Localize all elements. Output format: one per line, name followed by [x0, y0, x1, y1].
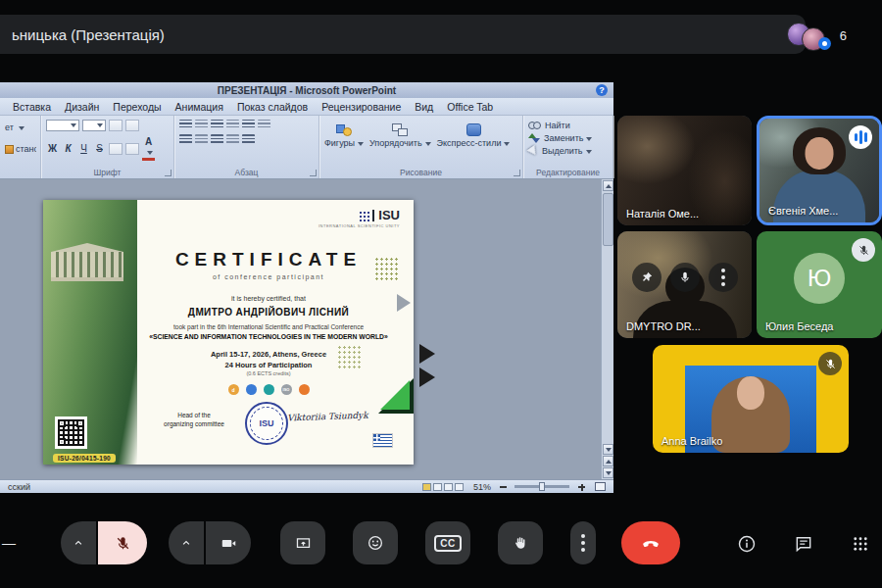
- participant-name: Наталія Оме...: [626, 208, 699, 220]
- shapes-icon: [336, 123, 352, 136]
- meet-window: ьницька (Презентація) 6 ПРЕЗЕНТАЦІЯ - Mi…: [0, 0, 882, 588]
- scroll-up-icon: [603, 180, 613, 191]
- text-direction-button: [258, 120, 270, 129]
- screenshare-region[interactable]: ПРЕЗЕНТАЦІЯ - Microsoft PowerPoint ? Вст…: [0, 63, 615, 510]
- video-tile-yuliya[interactable]: Ю Юлия Беседа: [757, 231, 882, 338]
- ribbon-tab-strip: Вставка Дизайн Переходы Анимация Показ с…: [0, 98, 613, 116]
- ribbon: ет становить Ж: [0, 116, 613, 179]
- hours-line: 24 Hours of Participation: [133, 361, 404, 369]
- numbered-list-button: [195, 120, 208, 129]
- arrange-button: Упорядочить: [369, 123, 431, 148]
- badge-iso: ISO: [281, 384, 292, 395]
- pin-button[interactable]: [632, 263, 662, 292]
- arrange-icon: [392, 123, 408, 136]
- pin-icon: [640, 270, 654, 284]
- presentation-title: ьницька (Презентація): [12, 26, 165, 43]
- text-shadow-button: [109, 143, 122, 155]
- dot-pattern-decor: [374, 257, 400, 282]
- index-badges: d ISO: [133, 384, 404, 395]
- participants-summary[interactable]: 6: [787, 18, 847, 51]
- video-tile-natalia[interactable]: Наталія Оме...: [617, 116, 752, 225]
- video-tile-anna[interactable]: Anna Brailko: [653, 345, 849, 453]
- avatar: Ю: [794, 253, 845, 304]
- decrease-indent-button: [211, 120, 223, 129]
- participant-count: 6: [840, 28, 847, 43]
- muted-indicator: [818, 352, 842, 375]
- raise-hand-button[interactable]: [498, 521, 543, 564]
- present-button[interactable]: [280, 521, 325, 564]
- participant-name: Anna Brailko: [662, 435, 722, 447]
- certify-line: it is hereby certified, that: [133, 295, 404, 302]
- speaking-indicator-icon: [849, 125, 872, 149]
- slide-sorter-view-icon: [433, 483, 442, 491]
- font-name-dropdown: [46, 120, 79, 131]
- reset-button-truncated: становить: [5, 144, 36, 154]
- present-screen-icon: [295, 535, 312, 552]
- isu-seal: ISU: [245, 402, 288, 445]
- more-vert-icon: [721, 275, 725, 279]
- grow-font-button: [109, 120, 122, 131]
- ribbon-tab-review: Рецензирование: [315, 101, 408, 113]
- ribbon-tab-view: Вид: [408, 101, 440, 113]
- smiley-icon: [367, 534, 384, 552]
- qr-code: [55, 416, 87, 449]
- ribbon-group-paragraph: Абзац: [174, 116, 319, 178]
- info-icon: [737, 534, 757, 554]
- ppt-window-title: ПРЕЗЕНТАЦІЯ - Microsoft PowerPoint: [218, 85, 396, 96]
- shrink-font-button: [125, 120, 139, 131]
- speaker-indicator-icon: [818, 37, 831, 50]
- muted-indicator: [852, 238, 875, 262]
- greece-flag-icon: [373, 434, 392, 447]
- end-call-button[interactable]: [621, 521, 680, 564]
- ribbon-tab-animation: Анимация: [169, 101, 230, 113]
- font-group-label: Шрифт: [41, 168, 173, 177]
- drawing-group-label: Рисование: [319, 168, 522, 177]
- raise-hand-icon: [513, 535, 528, 551]
- help-icon: ?: [596, 84, 608, 96]
- select-cursor-icon: [526, 144, 539, 157]
- previous-slide-icon: [603, 456, 613, 466]
- camera-options-button[interactable]: [169, 521, 204, 564]
- columns-button: [242, 134, 255, 144]
- align-left-button: [179, 134, 192, 144]
- participant-name: DMYTRO DR...: [626, 320, 701, 332]
- next-slide-icon: [603, 467, 613, 478]
- mute-button[interactable]: [98, 521, 147, 564]
- slide-nav-arrow: [419, 344, 435, 364]
- control-bar: — CC: [0, 510, 882, 588]
- reactions-button[interactable]: [353, 521, 398, 564]
- dot-pattern-decor: [337, 345, 363, 370]
- participation-line: took part in the 6th International Scien…: [133, 323, 404, 330]
- meeting-details-button[interactable]: [735, 532, 759, 556]
- ribbon-group-font: Ж К Ч S А Шрифт: [41, 116, 174, 178]
- activities-button[interactable]: [849, 532, 872, 556]
- quick-styles-icon: [466, 123, 481, 136]
- mic-off-icon: [824, 358, 837, 370]
- tile-more-options-button[interactable]: [709, 263, 738, 292]
- date-place: April 15-17, 2026, Athens, Greece: [133, 350, 404, 359]
- video-tile-dmytro[interactable]: DMYTRO DR...: [617, 231, 752, 338]
- font-size-dropdown: [82, 120, 106, 131]
- font-color-button: А: [142, 136, 155, 161]
- more-options-button[interactable]: [570, 521, 596, 564]
- chat-button[interactable]: [792, 532, 815, 556]
- captions-button[interactable]: CC: [425, 521, 470, 564]
- strikethrough-button: S: [93, 143, 106, 154]
- mic-options-button[interactable]: [61, 521, 96, 564]
- list-indent-buttons: [179, 120, 315, 129]
- conference-title: «SCIENCE AND INFORMATION TECHNOLOGIES IN…: [133, 333, 404, 340]
- align-right-button: [211, 134, 223, 144]
- mute-participant-button[interactable]: [670, 263, 700, 292]
- underline-button: Ч: [77, 143, 90, 154]
- camera-button[interactable]: [206, 521, 251, 564]
- font-size-controls: [46, 120, 170, 131]
- credits-line: (0.6 ECTS credits): [133, 370, 404, 376]
- reset-icon: [5, 145, 14, 154]
- zoom-level: 51%: [473, 482, 491, 492]
- badge-doaj: d: [228, 384, 239, 395]
- line-spacing-button: [242, 120, 255, 129]
- font-dialog-launcher-icon: [165, 170, 172, 176]
- isu-logo-text: ISU: [372, 210, 400, 221]
- tile-hover-controls: [632, 263, 738, 292]
- video-tile-yevheniia[interactable]: Євгенія Хме...: [757, 116, 882, 225]
